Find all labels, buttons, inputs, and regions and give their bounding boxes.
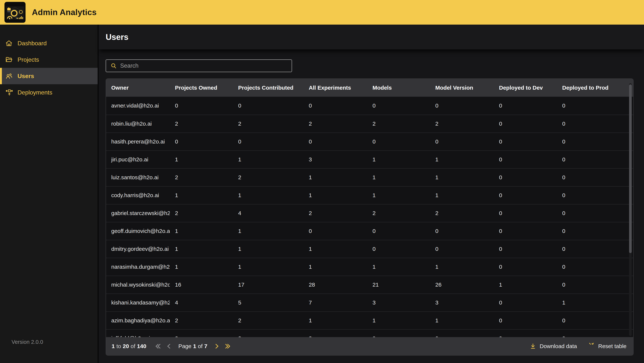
cell-projects-owned: 1	[170, 156, 233, 163]
cell-deployed-to-prod: 0	[557, 317, 633, 324]
cell-deployed-to-prod: 0	[557, 282, 633, 288]
cell-deployed-to-dev: 0	[494, 174, 557, 180]
cell-projects-owned: 2	[170, 210, 233, 216]
sidebar-item-dashboard[interactable]: Dashboard	[0, 35, 98, 52]
column-header-models[interactable]: Models	[367, 84, 430, 91]
table-body: avner.vidal@h2o.ai 0 0 0 0 0 0 0 robin.l…	[106, 97, 633, 337]
cell-all-experiments: 0	[304, 228, 367, 234]
cell-owner: gabriel.starczewski@h2o.ai	[106, 210, 170, 216]
cell-deployed-to-prod: 1	[557, 300, 633, 306]
cell-models: 0	[367, 138, 430, 145]
range-to-word: to	[116, 343, 121, 350]
cell-owner: jeff.fohl@h2o.ai	[106, 335, 170, 337]
chevron-right-icon[interactable]	[213, 343, 220, 350]
total-pages: 7	[204, 343, 208, 350]
cell-models: 3	[367, 300, 430, 306]
cell-owner: hasith.perera@h2o.ai	[106, 138, 170, 145]
cell-models: 1	[367, 264, 430, 270]
cell-deployed-to-dev: 0	[494, 300, 557, 306]
page-word: Page	[178, 343, 191, 350]
table-row: kishani.kandasamy@h2o.ai 4 5 7 3 3 0 1	[106, 294, 633, 312]
cell-projects-owned: 2	[170, 335, 233, 337]
double-chevron-right-icon[interactable]	[224, 343, 231, 350]
table-row: robin.liu@h2o.ai 2 2 2 2 2 0 0	[106, 114, 633, 132]
cell-all-experiments: 3	[304, 156, 367, 163]
cell-all-experiments: 0	[304, 102, 367, 109]
cell-model-version: 1	[430, 317, 494, 324]
users-table: Owner Projects Owned Projects Contribute…	[106, 78, 634, 356]
cell-deployed-to-dev: 0	[494, 156, 557, 163]
cell-models: 2	[367, 120, 430, 127]
column-header-projects-owned[interactable]: Projects Owned	[170, 84, 233, 91]
table-footer: 1 to 20 of 140 Page 1 of	[106, 337, 633, 355]
cell-all-experiments: 1	[304, 246, 367, 252]
users-icon	[5, 72, 13, 80]
cell-models: 21	[367, 282, 430, 288]
cell-deployed-to-dev: 0	[494, 192, 557, 198]
main-content: Users Owner Projects Owned Projects Cont…	[98, 24, 644, 363]
reset-table-button[interactable]: Reset table	[588, 343, 626, 350]
cell-owner: kishani.kandasamy@h2o.ai	[106, 300, 170, 306]
cell-projects-owned: 2	[170, 317, 233, 324]
cell-projects-owned: 16	[170, 282, 233, 288]
table-scrollbar-thumb[interactable]	[629, 84, 632, 253]
cell-projects-contributed: 1	[233, 264, 304, 270]
column-header-deployed-to-dev[interactable]: Deployed to Dev	[494, 84, 557, 91]
cell-models: 0	[367, 102, 430, 109]
search-input[interactable]	[106, 60, 292, 72]
sidebar-item-label: Deployments	[18, 89, 52, 96]
cell-deployed-to-prod: 0	[557, 246, 633, 252]
chevron-left-icon[interactable]	[166, 343, 172, 350]
cell-projects-contributed: 1	[233, 156, 304, 163]
cell-model-version: 0	[430, 246, 494, 252]
toolbar	[98, 50, 644, 72]
cell-owner: geoff.duimovich@h2o.ai	[106, 228, 170, 234]
cell-model-version: 2	[430, 210, 494, 216]
table-row: narasimha.durgam@h2o.ai 1 1 1 1 1 0 0	[106, 258, 633, 276]
cell-all-experiments: 28	[304, 282, 367, 288]
page-header: Users	[98, 24, 644, 50]
cell-projects-owned: 1	[170, 228, 233, 234]
range-start: 1	[112, 343, 115, 350]
cell-deployed-to-dev: 1	[494, 282, 557, 288]
cell-owner: luiz.santos@h2o.ai	[106, 174, 170, 180]
current-page: 1	[193, 343, 196, 350]
cell-projects-contributed: 2	[233, 317, 304, 324]
cell-deployed-to-prod: 0	[557, 138, 633, 145]
table-row: michal.wysokinski@h2o.ai 16 17 28 21 26 …	[106, 276, 633, 294]
cell-deployed-to-prod: 0	[557, 264, 633, 270]
sidebar-item-projects[interactable]: Projects	[0, 52, 98, 68]
cell-projects-contributed: 0	[233, 102, 304, 109]
cell-projects-owned: 0	[170, 102, 233, 109]
column-header-projects-contributed[interactable]: Projects Contributed	[233, 84, 304, 91]
cell-models: 2	[367, 210, 430, 216]
table-row: hasith.perera@h2o.ai 0 0 0 0 0 0 0	[106, 132, 633, 150]
app-version: Version 2.0.0	[12, 339, 43, 345]
cell-projects-owned: 0	[170, 138, 233, 145]
cell-model-version: 1	[430, 192, 494, 198]
column-header-all-experiments[interactable]: All Experiments	[304, 84, 367, 91]
table-row: geoff.duimovich@h2o.ai 1 1 0 0 0 0 0	[106, 222, 633, 240]
cell-all-experiments: 1	[304, 192, 367, 198]
cell-owner: robin.liu@h2o.ai	[106, 120, 170, 127]
column-header-owner[interactable]: Owner	[106, 84, 170, 91]
cell-projects-contributed: 1	[233, 246, 304, 252]
cell-model-version: 1	[430, 156, 494, 163]
range-of-word: of	[131, 343, 135, 350]
column-header-model-version[interactable]: Model Version	[430, 84, 494, 91]
cell-model-version: 1	[430, 174, 494, 180]
download-data-button[interactable]: Download data	[530, 343, 577, 350]
sidebar-item-users[interactable]: Users	[0, 68, 98, 84]
column-header-deployed-to-prod[interactable]: Deployed to Prod	[557, 84, 633, 91]
table-row: jeff.fohl@h2o.ai 2 2 2 0 0 0 0	[106, 329, 633, 337]
double-chevron-left-icon[interactable]	[155, 343, 162, 350]
cell-owner: avner.vidal@h2o.ai	[106, 102, 170, 109]
row-range: 1 to 20 of 140	[112, 343, 146, 350]
cell-deployed-to-prod: 0	[557, 174, 633, 180]
cell-deployed-to-dev: 0	[494, 120, 557, 127]
cell-deployed-to-dev: 0	[494, 102, 557, 109]
sidebar-item-deployments[interactable]: Deployments	[0, 84, 98, 101]
table-row: dmitry.gordeev@h2o.ai 1 1 1 0 0 0 0	[106, 240, 633, 258]
cell-models: 1	[367, 174, 430, 180]
search-icon	[110, 62, 117, 69]
